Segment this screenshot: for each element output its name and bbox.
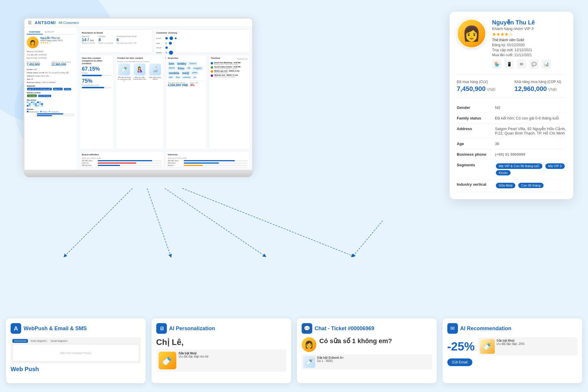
chat-body: 👩 Có sữa số 1 không em? 🍼 Sữa bột Enfami…	[302, 337, 432, 370]
chat-ticket-card: 💬 Chat - Ticket #00006969 👩 Có sữa số 1 …	[297, 318, 437, 383]
tab-activity[interactable]: ACTIVITY	[43, 30, 57, 34]
ai-pers-header: 🖥 AI Personalization	[156, 323, 287, 334]
send-email-button[interactable]: Gửi Email	[447, 358, 472, 366]
sidebar-tier: Khách hàng nhóm VIP 3	[40, 39, 75, 41]
ai-pers-title: AI Personalization	[169, 325, 215, 332]
laptop-mockup: ☰ ANTSOMI All Customers OVERVIEW ACTIVIT…	[24, 18, 253, 177]
badge-segment-2[interactable]: Mẹ VIP 3	[545, 163, 565, 169]
customer-tier: Khách hàng nhóm VIP 3	[492, 26, 551, 31]
ai-pers-body: Chị Lê, 🍼 Sữa bột Meiji Ưu đãi đặc biệt …	[156, 337, 287, 372]
webpush-card: A WebPush & Email & SMS Send Email Push …	[6, 318, 146, 383]
heatmap	[27, 102, 75, 107]
webpush-icon: A	[11, 323, 21, 334]
clicked-stat: Clicked 8 Mostly on Desktop	[99, 35, 113, 44]
crm-breadcrumb[interactable]: All Customers	[59, 21, 79, 24]
ai-rec-title: AI Recommendation	[460, 325, 511, 332]
industry-tag-2: Con 06 tháng	[38, 95, 51, 97]
product-list: 🍼 Sữa bột Enfamil A+ NeuroPro Số 1 🤱 Máy…	[117, 64, 162, 82]
reg-date: Đăng ký: 01/12/2020	[492, 43, 551, 47]
svg-line-3	[182, 188, 353, 256]
ai-rec-header: ✉ AI Recommendation	[447, 323, 578, 334]
card-info: Nguyễn Thu Lê Khách hàng nhóm VIP 3 ★★★★…	[492, 19, 551, 69]
laptop-base	[24, 171, 253, 177]
search-tags: bim bobby chicco abbott friso dai huggie…	[168, 62, 205, 79]
webpush-subtitle: Web Push	[11, 366, 141, 373]
badge-industry-1[interactable]: Sữa Meiji	[496, 183, 515, 188]
svg-line-4	[353, 221, 383, 256]
customer-name: Nguyễn Thu Lê	[492, 19, 551, 26]
webpush-body: Send Email Push Segment Email Segment We…	[11, 337, 141, 373]
chat-icon: 💬	[302, 323, 312, 334]
chat-header: 💬 Chat - Ticket #00006969	[302, 323, 432, 334]
purchased-stat: Purchased from email 6 Average order val…	[117, 35, 137, 44]
menu-icon[interactable]: ☰	[28, 20, 32, 25]
industry-row: Industry vertical Sữa Meiji Con 06 tháng	[457, 179, 566, 192]
last-purchase: Mua lần cuối: 11/11/2021	[492, 53, 551, 57]
clv-currency: VNĐ	[487, 87, 496, 92]
comparisons-panel: How this contact compares to other conta…	[80, 55, 114, 150]
timeline-panel: Timeline Activities (11) Email from Mark…	[209, 55, 250, 150]
cdp-label: Khả năng mua hàng (CDP AI)	[514, 80, 566, 84]
ai-personalization-card: 🖥 AI Personalization Chị Lê, 🍼 Sữa bột M…	[152, 318, 291, 383]
chart-icon[interactable]: 📊	[542, 59, 551, 69]
ai-pers-icon: 🖥	[156, 323, 167, 334]
clv-section: Đã mua hàng (CLV) 7,450,900 VNĐ Khả năng…	[457, 75, 566, 98]
email-icon[interactable]: ✉	[517, 59, 526, 69]
journey-panel: Customer Journey Email	[154, 29, 250, 53]
crm-tab-bar: OVERVIEW ACTIVITY	[27, 30, 75, 35]
product-1: 🍼 Sữa bột Enfamil A+ NeuroPro Số 1	[117, 64, 131, 82]
crm-sidebar-left: OVERVIEW ACTIVITY 👩 Nguyễn Thu Lê Khách …	[24, 27, 77, 170]
chat-title: Chat - Ticket #00006969	[315, 325, 374, 332]
product-2: 🤱 Máy hút sữa Swing Maxi Flex	[133, 64, 146, 82]
tab-overview[interactable]: OVERVIEW	[27, 30, 43, 34]
messenger-icon[interactable]: 💬	[529, 59, 539, 69]
reactions-title: Reactions to Email	[82, 31, 150, 34]
phone-row: Business phone (+84) 91 6969999	[457, 149, 566, 160]
svg-line-1	[147, 188, 171, 256]
clv-label: Đã mua hàng (CLV)	[457, 80, 509, 84]
webpush-header: A WebPush & Email & SMS	[11, 323, 141, 334]
ai-rec-icon: ✉	[447, 323, 458, 334]
mobile-icon[interactable]: 📱	[504, 59, 514, 69]
crm-app: ☰ ANTSOMI All Customers OVERVIEW ACTIVIT…	[24, 19, 252, 170]
svg-line-0	[65, 188, 132, 256]
customer-avatar: 👩	[457, 19, 486, 48]
family-row: Family status Đã kết hôn; Có con gái 0-6…	[457, 113, 566, 124]
address-row: Address Saigon Pearl Villa, 92 Nguyễn Hữ…	[457, 124, 566, 139]
store-icon[interactable]: 🏪	[492, 59, 501, 69]
clv-item: Đã mua hàng (CLV) 7,450,900 VNĐ	[457, 80, 509, 93]
sidebar-purchase: Mua Qh cuối: 11/11/2021	[27, 57, 75, 60]
bottom-section: A WebPush & Email & SMS Send Email Push …	[6, 318, 582, 383]
segment-tag-1: Mẹ VIP & Con 06 tháng tuổi	[27, 88, 52, 90]
chat-text: Có sữa số 1 không em?	[319, 337, 392, 345]
badge-segment-1[interactable]: Mẹ VIP & Con 06 tháng tuổi	[496, 163, 542, 169]
card-header: 👩 Nguyễn Thu Lê Khách hàng nhóm VIP 3 ★★…	[457, 19, 566, 69]
webpush-title: WebPush & Email & SMS	[24, 325, 87, 332]
predict-panel: Predict for this contact Product recomme…	[115, 55, 164, 150]
clv-value: 7,450,900	[457, 85, 486, 93]
sidebar-avatar: 👩	[27, 36, 39, 48]
badge-industry-2[interactable]: Con 06 tháng	[518, 183, 544, 188]
customer-card: 👩 Nguyễn Thu Lê Khách hàng nhóm VIP 3 ★★…	[450, 12, 573, 199]
badge-segment-3[interactable]: Kicoin	[496, 170, 511, 175]
sidebar-customer-name: Nguyễn Thu Lê	[40, 36, 75, 39]
cdp-item: Khả năng mua hàng (CDP AI) 12,960,000 VN…	[514, 80, 566, 93]
gender-row: Gender Nữ	[457, 102, 566, 113]
age-row: Age 36	[457, 139, 566, 149]
brand-affinities-panel: Brand affinities Similar genre products …	[80, 151, 164, 167]
laptop-screen: ☰ ANTSOMI All Customers OVERVIEW ACTIVIT…	[24, 18, 253, 171]
svg-line-2	[165, 188, 265, 256]
industry-tag-1: Sữa Meiji	[27, 94, 37, 97]
segment-tag-2: Mẹ VIP 3	[53, 88, 63, 90]
ai-rec-body: -25% 🍼 Sữa bột Meiji Ưu đãi đặc biệt -25…	[447, 337, 578, 366]
industry-badges: Sữa Meiji Con 06 tháng	[495, 182, 566, 189]
product-3: 🍶 Bình sữa Avent 260ml	[148, 64, 162, 82]
crm-logo: ANTSOMI	[35, 20, 56, 25]
crm-topbar: ☰ ANTSOMI All Customers	[24, 19, 252, 27]
cdp-value: 12,960,000	[514, 85, 547, 93]
main-container: ☰ ANTSOMI All Customers OVERVIEW ACTIVIT…	[0, 0, 588, 392]
card-action-icons: 🏪 📱 ✉ 💬 📊	[492, 59, 551, 69]
customer-stars: ★★★★☆	[492, 31, 551, 37]
sidebar-access: Truy cập mới: 12/12/2021	[27, 53, 75, 57]
sidebar-reg: Đăng ký: 01/12/2020	[27, 50, 75, 53]
